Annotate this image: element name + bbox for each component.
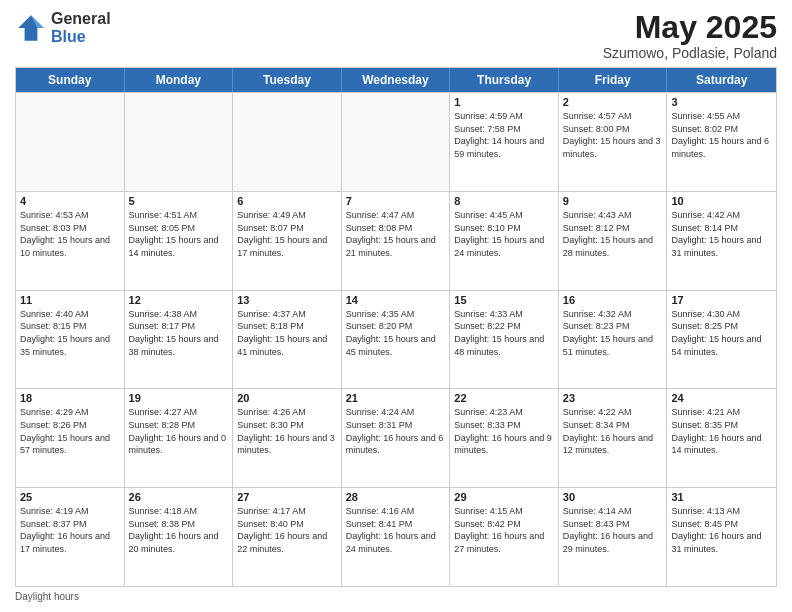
cal-header-friday: Friday [559,68,668,92]
day-detail: Sunrise: 4:57 AM Sunset: 8:00 PM Dayligh… [563,110,663,160]
cal-cell: 20Sunrise: 4:26 AM Sunset: 8:30 PM Dayli… [233,389,342,487]
cal-cell [125,93,234,191]
cal-cell: 31Sunrise: 4:13 AM Sunset: 8:45 PM Dayli… [667,488,776,586]
cal-cell: 14Sunrise: 4:35 AM Sunset: 8:20 PM Dayli… [342,291,451,389]
cal-cell: 16Sunrise: 4:32 AM Sunset: 8:23 PM Dayli… [559,291,668,389]
day-detail: Sunrise: 4:42 AM Sunset: 8:14 PM Dayligh… [671,209,772,259]
day-detail: Sunrise: 4:51 AM Sunset: 8:05 PM Dayligh… [129,209,229,259]
page: General Blue May 2025 Szumowo, Podlasie,… [0,0,792,612]
day-number: 13 [237,294,337,306]
day-number: 9 [563,195,663,207]
cal-week-5: 25Sunrise: 4:19 AM Sunset: 8:37 PM Dayli… [16,487,776,586]
day-detail: Sunrise: 4:45 AM Sunset: 8:10 PM Dayligh… [454,209,554,259]
cal-cell: 3Sunrise: 4:55 AM Sunset: 8:02 PM Daylig… [667,93,776,191]
cal-cell: 13Sunrise: 4:37 AM Sunset: 8:18 PM Dayli… [233,291,342,389]
daylight-label: Daylight hours [15,591,79,602]
day-detail: Sunrise: 4:43 AM Sunset: 8:12 PM Dayligh… [563,209,663,259]
cal-header-sunday: Sunday [16,68,125,92]
cal-cell: 30Sunrise: 4:14 AM Sunset: 8:43 PM Dayli… [559,488,668,586]
cal-week-2: 4Sunrise: 4:53 AM Sunset: 8:03 PM Daylig… [16,191,776,290]
footer-note: Daylight hours [15,591,777,602]
day-number: 8 [454,195,554,207]
day-number: 18 [20,392,120,404]
day-number: 16 [563,294,663,306]
day-detail: Sunrise: 4:59 AM Sunset: 7:58 PM Dayligh… [454,110,554,160]
header: General Blue May 2025 Szumowo, Podlasie,… [15,10,777,61]
cal-cell: 8Sunrise: 4:45 AM Sunset: 8:10 PM Daylig… [450,192,559,290]
day-detail: Sunrise: 4:33 AM Sunset: 8:22 PM Dayligh… [454,308,554,358]
day-number: 30 [563,491,663,503]
cal-cell: 2Sunrise: 4:57 AM Sunset: 8:00 PM Daylig… [559,93,668,191]
day-number: 19 [129,392,229,404]
day-detail: Sunrise: 4:15 AM Sunset: 8:42 PM Dayligh… [454,505,554,555]
day-detail: Sunrise: 4:24 AM Sunset: 8:31 PM Dayligh… [346,406,446,456]
day-number: 2 [563,96,663,108]
day-detail: Sunrise: 4:35 AM Sunset: 8:20 PM Dayligh… [346,308,446,358]
calendar-header-row: SundayMondayTuesdayWednesdayThursdayFrid… [16,68,776,92]
day-detail: Sunrise: 4:49 AM Sunset: 8:07 PM Dayligh… [237,209,337,259]
day-number: 24 [671,392,772,404]
cal-cell: 18Sunrise: 4:29 AM Sunset: 8:26 PM Dayli… [16,389,125,487]
calendar: SundayMondayTuesdayWednesdayThursdayFrid… [15,67,777,587]
day-detail: Sunrise: 4:16 AM Sunset: 8:41 PM Dayligh… [346,505,446,555]
logo-general-text: General [51,10,111,28]
cal-cell: 10Sunrise: 4:42 AM Sunset: 8:14 PM Dayli… [667,192,776,290]
day-number: 15 [454,294,554,306]
cal-cell: 15Sunrise: 4:33 AM Sunset: 8:22 PM Dayli… [450,291,559,389]
cal-cell: 4Sunrise: 4:53 AM Sunset: 8:03 PM Daylig… [16,192,125,290]
cal-cell: 21Sunrise: 4:24 AM Sunset: 8:31 PM Dayli… [342,389,451,487]
cal-cell: 23Sunrise: 4:22 AM Sunset: 8:34 PM Dayli… [559,389,668,487]
day-detail: Sunrise: 4:29 AM Sunset: 8:26 PM Dayligh… [20,406,120,456]
day-number: 11 [20,294,120,306]
cal-cell: 11Sunrise: 4:40 AM Sunset: 8:15 PM Dayli… [16,291,125,389]
day-detail: Sunrise: 4:37 AM Sunset: 8:18 PM Dayligh… [237,308,337,358]
cal-header-saturday: Saturday [667,68,776,92]
title-location: Szumowo, Podlasie, Poland [603,45,777,61]
cal-week-1: 1Sunrise: 4:59 AM Sunset: 7:58 PM Daylig… [16,92,776,191]
day-detail: Sunrise: 4:47 AM Sunset: 8:08 PM Dayligh… [346,209,446,259]
logo-text: General Blue [51,10,111,45]
day-detail: Sunrise: 4:55 AM Sunset: 8:02 PM Dayligh… [671,110,772,160]
cal-cell: 29Sunrise: 4:15 AM Sunset: 8:42 PM Dayli… [450,488,559,586]
day-number: 31 [671,491,772,503]
day-number: 21 [346,392,446,404]
cal-cell: 27Sunrise: 4:17 AM Sunset: 8:40 PM Dayli… [233,488,342,586]
day-number: 29 [454,491,554,503]
day-detail: Sunrise: 4:14 AM Sunset: 8:43 PM Dayligh… [563,505,663,555]
day-number: 7 [346,195,446,207]
cal-cell: 28Sunrise: 4:16 AM Sunset: 8:41 PM Dayli… [342,488,451,586]
cal-header-thursday: Thursday [450,68,559,92]
cal-cell: 25Sunrise: 4:19 AM Sunset: 8:37 PM Dayli… [16,488,125,586]
day-detail: Sunrise: 4:40 AM Sunset: 8:15 PM Dayligh… [20,308,120,358]
cal-cell: 24Sunrise: 4:21 AM Sunset: 8:35 PM Dayli… [667,389,776,487]
day-number: 25 [20,491,120,503]
day-number: 10 [671,195,772,207]
day-detail: Sunrise: 4:38 AM Sunset: 8:17 PM Dayligh… [129,308,229,358]
day-number: 6 [237,195,337,207]
day-number: 17 [671,294,772,306]
cal-cell: 17Sunrise: 4:30 AM Sunset: 8:25 PM Dayli… [667,291,776,389]
calendar-body: 1Sunrise: 4:59 AM Sunset: 7:58 PM Daylig… [16,92,776,586]
cal-cell [342,93,451,191]
day-detail: Sunrise: 4:30 AM Sunset: 8:25 PM Dayligh… [671,308,772,358]
cal-cell: 5Sunrise: 4:51 AM Sunset: 8:05 PM Daylig… [125,192,234,290]
title-month: May 2025 [603,10,777,45]
day-detail: Sunrise: 4:27 AM Sunset: 8:28 PM Dayligh… [129,406,229,456]
day-number: 4 [20,195,120,207]
day-number: 12 [129,294,229,306]
day-detail: Sunrise: 4:19 AM Sunset: 8:37 PM Dayligh… [20,505,120,555]
logo-icon [15,12,47,44]
cal-cell: 1Sunrise: 4:59 AM Sunset: 7:58 PM Daylig… [450,93,559,191]
day-detail: Sunrise: 4:21 AM Sunset: 8:35 PM Dayligh… [671,406,772,456]
cal-cell: 6Sunrise: 4:49 AM Sunset: 8:07 PM Daylig… [233,192,342,290]
logo-blue-text: Blue [51,28,111,46]
day-number: 22 [454,392,554,404]
title-block: May 2025 Szumowo, Podlasie, Poland [603,10,777,61]
cal-cell: 9Sunrise: 4:43 AM Sunset: 8:12 PM Daylig… [559,192,668,290]
day-detail: Sunrise: 4:26 AM Sunset: 8:30 PM Dayligh… [237,406,337,456]
day-detail: Sunrise: 4:23 AM Sunset: 8:33 PM Dayligh… [454,406,554,456]
day-detail: Sunrise: 4:13 AM Sunset: 8:45 PM Dayligh… [671,505,772,555]
day-number: 3 [671,96,772,108]
day-detail: Sunrise: 4:32 AM Sunset: 8:23 PM Dayligh… [563,308,663,358]
cal-cell [16,93,125,191]
